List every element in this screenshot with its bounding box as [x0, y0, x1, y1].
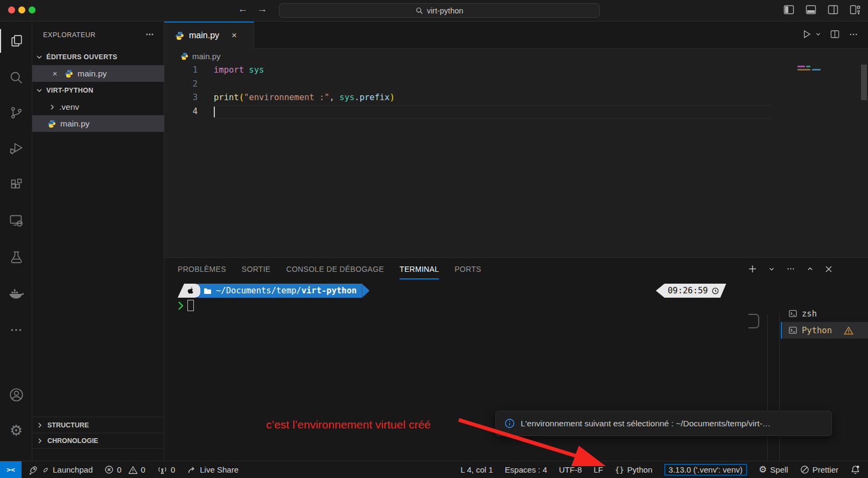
- macos-minimize-button[interactable]: [18, 6, 25, 13]
- warning-count: 0: [141, 465, 145, 474]
- extensions-icon[interactable]: [0, 173, 32, 196]
- problems-item[interactable]: 0 0: [104, 465, 145, 474]
- prompt-path-segment: ~/Documents/temp/virt-python: [197, 284, 362, 298]
- bell-icon: [850, 465, 860, 475]
- tree-item-main-py[interactable]: main.py: [32, 115, 164, 132]
- search-value: virt-python: [427, 6, 464, 15]
- info-icon: [505, 418, 515, 428]
- chevron-right-icon: [36, 421, 44, 429]
- tab-main-py[interactable]: main.py ×: [164, 22, 254, 48]
- chevron-right-icon: [48, 103, 56, 111]
- terminal-input-line[interactable]: [178, 299, 194, 312]
- prompt-chevron-icon: [178, 301, 184, 311]
- code-area[interactable]: 1 import sys 2 3 print("environnement :"…: [164, 64, 868, 118]
- tab-output[interactable]: SORTIE: [242, 265, 271, 279]
- split-editor-icon[interactable]: [830, 29, 840, 39]
- macos-zoom-button[interactable]: [29, 6, 36, 13]
- breadcrumb[interactable]: main.py: [164, 48, 868, 64]
- new-terminal-icon[interactable]: [748, 264, 757, 273]
- language-mode-item[interactable]: {} Python: [615, 465, 653, 474]
- terminal-instance-python[interactable]: Python: [781, 322, 868, 339]
- error-icon: [104, 465, 114, 474]
- broadcast-item[interactable]: 0: [157, 465, 175, 474]
- chevron-down-icon: [36, 53, 43, 61]
- tab-ports[interactable]: PORTS: [454, 265, 481, 279]
- notification-toast[interactable]: L'environnement suivant est sélectionné …: [495, 411, 832, 436]
- launchpad-item[interactable]: Launchpad: [29, 465, 93, 475]
- sidebar-header: EXPLORATEUR: [32, 22, 164, 48]
- tab-close-icon[interactable]: ×: [232, 30, 237, 41]
- indentation-item[interactable]: Espaces : 4: [505, 465, 547, 474]
- maximize-panel-icon[interactable]: [807, 265, 814, 272]
- section-timeline[interactable]: CHRONOLOGIE: [32, 433, 164, 449]
- prettier-item[interactable]: Prettier: [800, 465, 838, 474]
- close-panel-icon[interactable]: [825, 265, 832, 273]
- testing-flask-icon[interactable]: [0, 245, 32, 269]
- eol-item[interactable]: LF: [593, 465, 603, 474]
- more-views-icon[interactable]: [0, 318, 32, 342]
- spell-label: Spell: [770, 465, 788, 474]
- run-python-file-button[interactable]: [802, 29, 821, 39]
- tab-terminal[interactable]: TERMINAL: [400, 265, 439, 279]
- history-back-icon[interactable]: ←: [236, 3, 250, 15]
- settings-gear-icon[interactable]: ⚙: [0, 419, 32, 442]
- encoding-item[interactable]: UTF-8: [559, 465, 582, 474]
- editor-more-actions-icon[interactable]: [849, 30, 858, 39]
- broadcast-count: 0: [171, 465, 175, 474]
- section-label: CHRONOLOGIE: [47, 437, 98, 445]
- disabled-circle-icon: [800, 465, 809, 474]
- search-icon[interactable]: [0, 66, 32, 89]
- python-interpreter-item[interactable]: 3.13.0 ('.venv': venv): [664, 464, 747, 475]
- remote-indicator[interactable]: ><: [0, 461, 22, 478]
- section-outline[interactable]: STRUCTURE: [32, 417, 164, 433]
- tab-problems[interactable]: PROBLÈMES: [178, 265, 226, 279]
- live-share-item[interactable]: Live Share: [187, 465, 239, 475]
- section-label: STRUCTURE: [47, 421, 89, 429]
- section-project-root[interactable]: VIRT-PYTHON: [32, 82, 164, 99]
- explorer-icon[interactable]: [0, 29, 32, 53]
- tree-item-venv-folder[interactable]: .venv: [32, 99, 164, 115]
- code-line-1: 1 import sys: [164, 64, 868, 78]
- panel-tab-bar: PROBLÈMES SORTIE CONSOLE DE DÉBOGAGE TER…: [178, 265, 481, 279]
- notification-message: L'environnement suivant est sélectionné …: [521, 419, 771, 428]
- toggle-secondary-sidebar-icon[interactable]: [828, 5, 838, 15]
- docker-icon[interactable]: [0, 282, 32, 305]
- close-icon[interactable]: ×: [51, 69, 59, 78]
- broadcast-icon: [157, 466, 167, 474]
- cursor-position-item[interactable]: L 4, col 1: [460, 465, 493, 474]
- live-share-label: Live Share: [200, 465, 239, 474]
- command-center-search[interactable]: virt-python: [279, 3, 600, 18]
- terminal-list-sash[interactable]: [767, 314, 768, 478]
- notifications-bell-item[interactable]: [850, 465, 860, 475]
- customize-layout-icon[interactable]: [850, 5, 860, 15]
- code-line-2: 2: [164, 78, 868, 92]
- clock-icon: [712, 287, 719, 294]
- status-bar: >< Launchpad 0 0 0 Live Share L 4, col 1…: [0, 461, 868, 478]
- toggle-panel-icon[interactable]: [806, 5, 816, 15]
- titlebar: ← → virt-python: [0, 0, 868, 22]
- editor-group: main.py × main.py 1 import sys: [164, 22, 868, 257]
- remote-explorer-icon[interactable]: [0, 209, 32, 233]
- section-label: ÉDITEURS OUVERTS: [46, 53, 117, 61]
- sidebar-more-actions-icon[interactable]: [145, 30, 154, 39]
- spell-checker-item[interactable]: ⚙ Spell: [759, 465, 788, 474]
- history-forward-icon[interactable]: →: [255, 3, 269, 15]
- panel-more-actions-icon[interactable]: [786, 264, 795, 273]
- terminal-list-sash[interactable]: [779, 314, 780, 478]
- annotation-text: c’est l’environnement virtuel créé: [266, 418, 431, 431]
- remote-icon: ><: [6, 466, 15, 474]
- macos-close-button[interactable]: [8, 6, 15, 13]
- terminal-instance-zsh[interactable]: zsh: [781, 305, 868, 322]
- accounts-icon[interactable]: [0, 383, 32, 406]
- open-editor-main-py[interactable]: × main.py: [32, 65, 164, 82]
- section-open-editors[interactable]: ÉDITEURS OUVERTS: [32, 48, 164, 65]
- editor-scrollbar[interactable]: [861, 65, 867, 100]
- toggle-primary-sidebar-icon[interactable]: [783, 5, 794, 15]
- gear-icon: ⚙: [759, 465, 767, 474]
- source-control-icon[interactable]: [0, 101, 32, 124]
- run-debug-icon[interactable]: [0, 136, 32, 160]
- chevron-right-icon: [36, 437, 44, 445]
- python-file-icon: [47, 120, 56, 128]
- tab-debug-console[interactable]: CONSOLE DE DÉBOGAGE: [286, 265, 384, 279]
- terminal-profile-chevron-icon[interactable]: [768, 266, 775, 272]
